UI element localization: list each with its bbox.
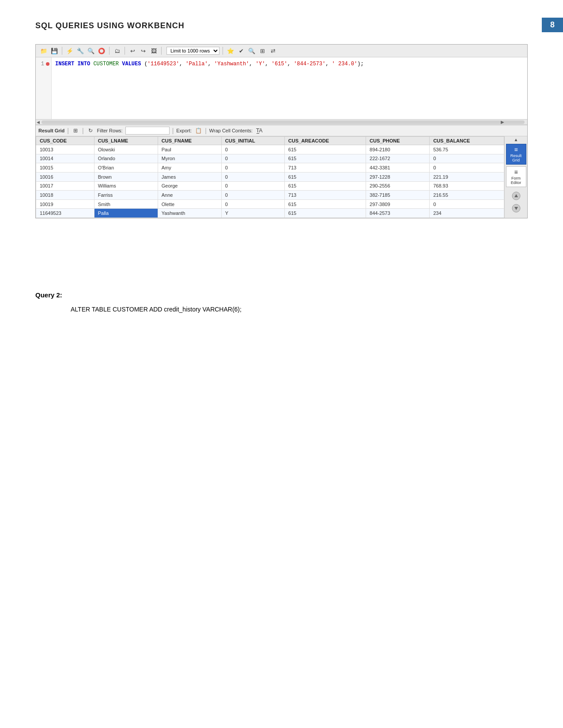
cell-r0-c1[interactable]: Olowski — [94, 145, 158, 154]
right-panel-arrow-up[interactable]: ▲ — [514, 137, 518, 142]
cell-r1-c0[interactable]: 10014 — [36, 154, 94, 163]
table-row[interactable]: 10015O'BrianAmy0713442-33810 — [36, 163, 504, 173]
cell-r6-c6[interactable]: 0 — [430, 199, 504, 209]
wrap-icon[interactable]: ⇄ — [268, 46, 277, 55]
cell-r0-c3[interactable]: 0 — [221, 145, 284, 154]
table-row[interactable]: 10017WilliamsGeorge0615290-2556768.93 — [36, 181, 504, 191]
save-icon[interactable]: 💾 — [50, 46, 59, 55]
cell-r4-c1[interactable]: Williams — [94, 181, 158, 191]
cell-r4-c3[interactable]: 0 — [221, 181, 284, 191]
cell-r7-c6[interactable]: 234 — [430, 209, 504, 218]
cell-r3-c5[interactable]: 297-1228 — [366, 172, 430, 181]
export-icon[interactable]: 📋 — [194, 127, 202, 135]
scroll-right-arrow[interactable]: ▶ — [501, 120, 504, 124]
cell-r4-c6[interactable]: 768.93 — [430, 181, 504, 191]
cell-r3-c6[interactable]: 221.19 — [430, 172, 504, 181]
form-editor-button[interactable]: ≡ Form Editor — [506, 166, 526, 187]
cell-r1-c5[interactable]: 222-1672 — [366, 154, 430, 163]
result-grid-button[interactable]: ≡ Result Grid — [506, 144, 526, 165]
cell-r5-c1[interactable]: Farriss — [94, 191, 158, 200]
cell-r3-c2[interactable]: James — [158, 172, 221, 181]
sql-code-area[interactable]: INSERT INTO CUSTOMER VALUES ('11649523',… — [52, 57, 527, 119]
result-grid-tab[interactable]: Result Grid — [38, 128, 64, 133]
wrap-icon[interactable]: T̲A — [255, 127, 263, 135]
cell-r7-c2[interactable]: Yashwanth — [158, 209, 221, 218]
cell-r7-c0[interactable]: 11649523 — [36, 209, 94, 218]
cell-r5-c0[interactable]: 10018 — [36, 191, 94, 200]
cell-r5-c2[interactable]: Anne — [158, 191, 221, 200]
scroll-left-arrow[interactable]: ◀ — [37, 120, 40, 124]
cell-r6-c2[interactable]: Olette — [158, 199, 221, 209]
refresh-icon[interactable]: ↻ — [87, 127, 94, 135]
cell-r2-c5[interactable]: 442-3381 — [366, 163, 430, 173]
cell-r0-c4[interactable]: 615 — [284, 145, 366, 154]
cell-r3-c0[interactable]: 10016 — [36, 172, 94, 181]
circle-icon[interactable]: ⭕ — [97, 46, 106, 55]
cell-r4-c4[interactable]: 615 — [284, 181, 366, 191]
cell-r6-c4[interactable]: 615 — [284, 199, 366, 209]
cell-r0-c5[interactable]: 894-2180 — [366, 145, 430, 154]
cell-r7-c4[interactable]: 615 — [284, 209, 366, 218]
cell-r1-c2[interactable]: Myron — [158, 154, 221, 163]
cell-r2-c6[interactable]: 0 — [430, 163, 504, 173]
table-icon[interactable]: 🗂 — [113, 46, 121, 55]
cell-r0-c2[interactable]: Paul — [158, 145, 221, 154]
cell-r2-c1[interactable]: O'Brian — [94, 163, 158, 173]
cell-r2-c4[interactable]: 713 — [284, 163, 366, 173]
cell-r7-c5[interactable]: 844-2573 — [366, 209, 430, 218]
query2-section: Query 2: ALTER TABLE CUSTOMER ADD credit… — [35, 291, 242, 313]
check-icon[interactable]: ✔ — [237, 46, 246, 55]
image-icon[interactable]: 🖼 — [149, 46, 158, 55]
table-row[interactable]: 10013OlowskiPaul0615894-2180536.75 — [36, 145, 504, 154]
undo-icon[interactable]: ↩ — [128, 46, 137, 55]
cell-r2-c2[interactable]: Amy — [158, 163, 221, 173]
cell-r5-c5[interactable]: 382-7185 — [366, 191, 430, 200]
cell-r4-c2[interactable]: George — [158, 181, 221, 191]
scroll-down-control[interactable] — [512, 204, 521, 214]
cell-r4-c5[interactable]: 290-2556 — [366, 181, 430, 191]
folder-icon[interactable]: 📁 — [39, 46, 48, 55]
cell-r6-c1[interactable]: Smith — [94, 199, 158, 209]
cell-r3-c1[interactable]: Brown — [94, 172, 158, 181]
col-header-cus-areacode: CUS_AREACODE — [284, 137, 366, 145]
scroll-up-icon — [512, 191, 521, 200]
cell-r5-c4[interactable]: 713 — [284, 191, 366, 200]
cell-r0-c6[interactable]: 536.75 — [430, 145, 504, 154]
cell-r5-c6[interactable]: 216.55 — [430, 191, 504, 200]
cell-r5-c3[interactable]: 0 — [221, 191, 284, 200]
cell-r0-c0[interactable]: 10013 — [36, 145, 94, 154]
table-row[interactable]: 10016BrownJames0615297-1228221.19 — [36, 172, 504, 181]
table-row[interactable]: 10019SmithOlette0615297-38090 — [36, 199, 504, 209]
cell-r3-c4[interactable]: 615 — [284, 172, 366, 181]
grid-view-icon[interactable]: ⊞ — [72, 127, 79, 135]
cell-r1-c3[interactable]: 0 — [221, 154, 284, 163]
cell-r2-c3[interactable]: 0 — [221, 163, 284, 173]
grid-icon[interactable]: ⊞ — [258, 46, 267, 55]
cell-r6-c3[interactable]: 0 — [221, 199, 284, 209]
toolbar-separator-5 — [223, 47, 223, 55]
stop-icon[interactable]: 🔧 — [76, 46, 85, 55]
run-icon[interactable]: ⚡ — [65, 46, 74, 55]
table-row[interactable]: 11649523PallaYashwanthY615844-2573234 — [36, 209, 504, 218]
cell-r3-c3[interactable]: 0 — [221, 172, 284, 181]
table-row[interactable]: 10014OrlandoMyron0615222-16720 — [36, 154, 504, 163]
cell-r1-c4[interactable]: 615 — [284, 154, 366, 163]
star-icon[interactable]: ⭐ — [226, 46, 235, 55]
cell-r6-c5[interactable]: 297-3809 — [366, 199, 430, 209]
cell-r2-c0[interactable]: 10015 — [36, 163, 94, 173]
cell-r1-c1[interactable]: Orlando — [94, 154, 158, 163]
limit-rows-select[interactable]: Limit to 1000 rowsDon't LimitLimit to 20… — [166, 47, 219, 55]
table-row[interactable]: 10018FarrissAnne0713382-7185216.55 — [36, 191, 504, 200]
zoom-icon[interactable]: 🔍 — [247, 46, 256, 55]
horizontal-scrollbar[interactable]: ◀ ▶ — [36, 119, 527, 124]
cell-r6-c0[interactable]: 10019 — [36, 199, 94, 209]
cell-r7-c3[interactable]: Y — [221, 209, 284, 218]
scroll-track[interactable] — [42, 120, 525, 124]
search-icon[interactable]: 🔍 — [87, 46, 95, 55]
cell-r7-c1[interactable]: Palla — [94, 209, 158, 218]
scroll-up-control[interactable] — [512, 191, 521, 202]
cell-r1-c6[interactable]: 0 — [430, 154, 504, 163]
cell-r4-c0[interactable]: 10017 — [36, 181, 94, 191]
redo-icon[interactable]: ↪ — [139, 46, 147, 55]
filter-input[interactable] — [125, 127, 170, 135]
